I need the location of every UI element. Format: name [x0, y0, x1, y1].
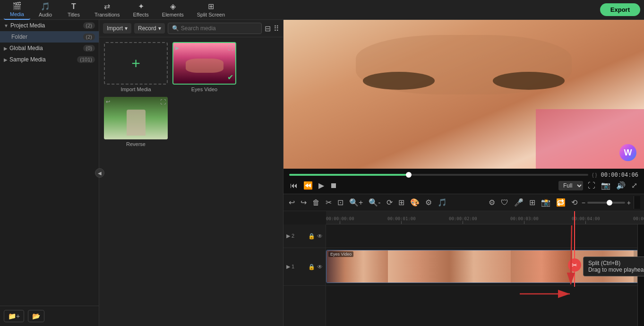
- color-button[interactable]: 🎨: [409, 197, 421, 208]
- nav-transitions[interactable]: ⇄ Transitions: [89, 0, 125, 19]
- search-box: 🔍: [168, 23, 262, 34]
- progress-bar[interactable]: [289, 174, 588, 176]
- reverse-video-item[interactable]: ⛶ ↩ Reverse: [104, 97, 168, 147]
- preview-video: [283, 20, 644, 169]
- progress-thumb: [406, 172, 412, 178]
- expand-icon: ⛶: [228, 45, 233, 51]
- scissors-indicator: ✂ Split (Ctrl+B) Drag to move playhead: [568, 258, 581, 272]
- progress-fill: [289, 174, 409, 176]
- crop-button[interactable]: ⊡: [336, 197, 345, 208]
- nav-splitscreen[interactable]: ⊞ Split Screen: [191, 0, 231, 19]
- loop-button[interactable]: 🔁: [555, 197, 567, 208]
- sidebar-footer: 📁+ 📂: [0, 306, 99, 326]
- import-media-item[interactable]: + Import Media: [104, 42, 168, 92]
- skip-back-button[interactable]: ⏮: [289, 180, 299, 191]
- right-area: W { } 00:00:04:06 ⏮ ⏪ ▶ ⏹ Full 1/2: [283, 20, 644, 326]
- grid-view-button[interactable]: ⠿: [274, 24, 279, 33]
- timeline-ruler: 00:00:00:00 00:00:01:00 00:00:02:00 00:0…: [326, 211, 644, 224]
- nav-effects[interactable]: ✦ Effects: [127, 0, 154, 19]
- redo-button[interactable]: ↪: [299, 197, 308, 208]
- media-icon: 🎬: [12, 1, 22, 10]
- time-display: 00:00:04:06: [601, 172, 638, 178]
- eyes-video-item[interactable]: ⛶ ✔ ▶ Eyes Video: [172, 42, 236, 92]
- expand-arrow: ▶: [4, 46, 8, 51]
- preview-controls: { } 00:00:04:06 ⏮ ⏪ ▶ ⏹ Full 1/2 1/4 ⛶ 📷…: [283, 169, 644, 194]
- panel-collapse-button[interactable]: ◀: [95, 168, 104, 178]
- timeline-body: 00:00:00:00 00:00:01:00 00:00:02:00 00:0…: [283, 211, 644, 326]
- quality-select[interactable]: Full 1/2 1/4: [558, 181, 583, 190]
- ruler-tick-1: 00:00:01:00: [387, 216, 416, 224]
- undo-button[interactable]: ↩: [287, 197, 296, 208]
- expand-button[interactable]: ⤢: [630, 180, 638, 191]
- video-type-icon2: ↩: [106, 99, 110, 105]
- nav-media[interactable]: 🎬 Media: [4, 0, 30, 20]
- adjust-button[interactable]: ⚙: [424, 197, 433, 208]
- nav-audio[interactable]: 🎵 Audio: [32, 0, 59, 19]
- nav-elements[interactable]: ◈ Elements: [156, 0, 189, 19]
- track-content-area: Eyes Video: [326, 224, 637, 326]
- sidebar-tree: ▼ Project Media (2) Folder (2) ▶ Global …: [0, 20, 99, 306]
- cut-button[interactable]: ✂: [324, 197, 333, 208]
- effects-icon: ✦: [138, 2, 144, 11]
- sidebar-item-global-media[interactable]: ▶ Global Media (0): [0, 43, 99, 54]
- add-folder-button[interactable]: 📁+: [4, 310, 24, 322]
- snapshot-button[interactable]: 📸: [540, 197, 552, 208]
- fullscreen-button[interactable]: ⛶: [587, 180, 596, 191]
- time-marks: { }: [592, 172, 597, 178]
- scissors-icon[interactable]: ✂: [568, 258, 581, 272]
- zoom-in-icon: +: [627, 199, 631, 206]
- play-button[interactable]: ▶: [318, 180, 325, 191]
- zoom-fit-button[interactable]: 🔍+: [348, 197, 364, 208]
- timeline-toolbar: ↩ ↪ 🗑 ✂ ⊡ 🔍+ 🔍- ⟳ ⊞ 🎨 ⚙ 🎵 ⚙ 🛡 🎤 ⊞ 📸 🔁: [283, 194, 644, 211]
- titles-icon: T: [71, 2, 76, 11]
- expand-arrow: ▶: [4, 57, 8, 62]
- track2-lock-icon[interactable]: 🔒: [308, 233, 315, 240]
- volume-button[interactable]: 🔊: [615, 180, 627, 191]
- record-button[interactable]: Record ▾: [134, 23, 165, 34]
- track1-eye-icon[interactable]: 👁: [317, 264, 323, 270]
- import-button[interactable]: Import ▾: [103, 23, 131, 34]
- audio-button[interactable]: 🎵: [436, 197, 448, 208]
- rotate-button[interactable]: ⟳: [385, 197, 394, 208]
- track1-content: Eyes Video: [326, 248, 637, 286]
- media-panel: Import ▾ Record ▾ 🔍 ⊟ ⠿ + Import Media: [99, 20, 283, 326]
- search-input[interactable]: [181, 25, 258, 32]
- ruler-tick-5: 00:00:05:00: [633, 216, 644, 224]
- mic-button[interactable]: 🎤: [513, 197, 525, 208]
- expand-icon2: ⛶: [160, 99, 166, 105]
- zoom-slider[interactable]: [587, 202, 625, 204]
- track1-header: ▶ 1 🔒 👁: [283, 248, 326, 286]
- step-back-button[interactable]: ⏪: [302, 180, 314, 191]
- track2-content: [326, 224, 637, 248]
- import-placeholder[interactable]: +: [104, 42, 168, 85]
- stop-button[interactable]: ⏹: [329, 180, 338, 191]
- sidebar-item-sample-media[interactable]: ▶ Sample Media (101): [0, 54, 99, 65]
- plus-icon: +: [131, 55, 140, 72]
- zoom-out-icon: −: [582, 199, 585, 206]
- nav-titles[interactable]: T Titles: [60, 0, 87, 19]
- elements-icon: ◈: [170, 2, 176, 11]
- preview-area: W: [283, 20, 644, 169]
- screenshot-button[interactable]: 📷: [600, 180, 611, 191]
- delete-button[interactable]: 🗑: [311, 197, 321, 208]
- ruler-tick-4: 00:00:04:00: [572, 216, 600, 224]
- replace-button[interactable]: ⟲: [570, 197, 579, 208]
- export-button[interactable]: Export: [600, 3, 640, 16]
- settings-button[interactable]: ⚙: [487, 197, 497, 208]
- fit-button[interactable]: ⊞: [397, 197, 406, 208]
- dropdown-arrow-icon: ▾: [125, 25, 128, 32]
- expand-arrow: ▼: [4, 23, 9, 28]
- track2-eye-icon[interactable]: 👁: [317, 233, 323, 240]
- main-layout: ▼ Project Media (2) Folder (2) ▶ Global …: [0, 20, 644, 326]
- track1-num: ▶ 1: [286, 264, 294, 270]
- sidebar-item-project-media[interactable]: ▼ Project Media (2): [0, 20, 99, 31]
- track1-lock-icon[interactable]: 🔒: [308, 264, 315, 270]
- new-folder-button[interactable]: 📂: [28, 310, 44, 322]
- filter-button[interactable]: ⊟: [265, 24, 271, 33]
- more-button[interactable]: ⊞: [528, 197, 537, 208]
- video-type-icon: ▶: [175, 45, 179, 51]
- shield-button[interactable]: 🛡: [499, 197, 510, 208]
- zoom-out-button[interactable]: 🔍-: [367, 197, 382, 208]
- sidebar-item-folder[interactable]: Folder (2): [0, 31, 99, 43]
- track2-header: ▶ 2 🔒 👁: [283, 224, 326, 248]
